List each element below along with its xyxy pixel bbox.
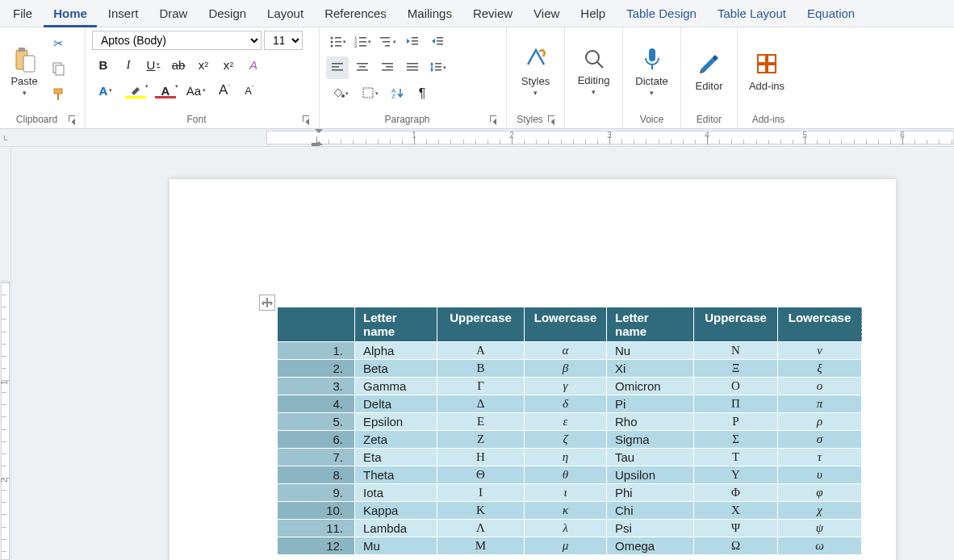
table-cell[interactable]: Chi	[607, 502, 694, 520]
table-cell[interactable]: Beta	[355, 360, 437, 378]
table-cell[interactable]: Σ	[694, 431, 778, 449]
highlight-button[interactable]: ▾	[122, 79, 149, 102]
tab-review[interactable]: Review	[463, 2, 522, 27]
table-cell[interactable]: Ο	[694, 378, 778, 395]
table-header[interactable]: Lettername	[607, 307, 694, 342]
table-cell[interactable]: Τ	[694, 449, 778, 466]
table-cell[interactable]: 4.	[278, 395, 355, 413]
font-color-button[interactable]: A ▾	[152, 79, 179, 102]
table-cell[interactable]: Epsilon	[355, 413, 437, 431]
table-cell[interactable]: 7.	[278, 449, 355, 466]
table-cell[interactable]: π	[778, 395, 862, 413]
borders-button[interactable]: ▾	[356, 82, 383, 105]
cut-button[interactable]: ✂	[47, 32, 69, 55]
subscript-button[interactable]: x2	[192, 53, 215, 76]
multilevel-button[interactable]: ▾	[376, 31, 399, 53]
table-row[interactable]: 8.ThetaΘθUpsilonΥυ	[278, 466, 862, 484]
table-cell[interactable]: ζ	[525, 431, 607, 449]
table-row[interactable]: 9.IotaΙιPhiΦφ	[278, 484, 862, 502]
change-case-button[interactable]: Aa ▾	[182, 79, 211, 102]
table-row[interactable]: 10.KappaΚκChiΧχ	[278, 502, 862, 520]
styles-launcher[interactable]	[546, 114, 558, 125]
clear-format-button[interactable]: A	[242, 53, 265, 76]
table-cell[interactable]: τ	[778, 449, 862, 466]
table-header[interactable]: Uppercase	[437, 307, 525, 342]
sort-button[interactable]: AZ	[386, 82, 408, 105]
clipboard-launcher[interactable]	[67, 114, 78, 125]
text-effects-button[interactable]: A ▾	[92, 79, 119, 102]
greek-table[interactable]: LetternameUppercaseLowercaseLetternameUp…	[277, 307, 862, 555]
table-cell[interactable]: Mu	[355, 537, 437, 555]
tab-insert[interactable]: Insert	[98, 2, 149, 27]
font-name-select[interactable]: Aptos (Body)	[92, 31, 262, 50]
bullets-button[interactable]: ▾	[326, 31, 349, 53]
table-cell[interactable]: δ	[525, 395, 607, 413]
show-marks-button[interactable]: ¶	[411, 82, 433, 105]
table-row[interactable]: 7.EtaΗηTauΤτ	[278, 449, 862, 466]
table-cell[interactable]: α	[525, 342, 607, 360]
table-cell[interactable]: Λ	[437, 520, 525, 537]
table-cell[interactable]: ψ	[778, 520, 862, 537]
table-cell[interactable]: Β	[437, 360, 525, 378]
align-left-button[interactable]	[326, 56, 349, 79]
table-row[interactable]: 2.BetaΒβXiΞξ	[278, 360, 862, 378]
table-cell[interactable]: Rho	[607, 413, 694, 431]
table-cell[interactable]: Sigma	[607, 431, 694, 449]
tab-table-layout[interactable]: Table Layout	[708, 2, 796, 27]
table-cell[interactable]: Lambda	[355, 520, 437, 537]
align-center-button[interactable]	[351, 56, 374, 79]
hanging-indent[interactable]	[312, 143, 320, 146]
underline-button[interactable]: U▾	[142, 53, 165, 76]
tab-help[interactable]: Help	[571, 2, 615, 27]
table-cell[interactable]: Φ	[694, 484, 778, 502]
table-cell[interactable]: χ	[778, 502, 862, 520]
line-spacing-button[interactable]: ▾	[426, 56, 449, 79]
table-cell[interactable]: κ	[525, 502, 607, 520]
align-right-button[interactable]	[376, 56, 399, 79]
table-cell[interactable]: υ	[778, 466, 862, 484]
table-cell[interactable]: Xi	[607, 360, 694, 378]
strike-button[interactable]: ab	[167, 53, 190, 76]
horizontal-ruler[interactable]: L 123456	[0, 129, 954, 147]
table-cell[interactable]: Theta	[355, 466, 437, 484]
table-cell[interactable]: θ	[525, 466, 607, 484]
table-cell[interactable]: φ	[778, 484, 862, 502]
font-size-select[interactable]: 11	[264, 31, 303, 50]
editing-button[interactable]: Editing ▾	[571, 31, 616, 112]
table-cell[interactable]: ρ	[778, 413, 862, 431]
first-line-indent[interactable]	[315, 129, 323, 137]
table-cell[interactable]: Zeta	[355, 431, 437, 449]
styles-button[interactable]: Styles ▾	[513, 31, 558, 112]
table-header[interactable]: Lowercase	[525, 307, 607, 342]
table-cell[interactable]: Ψ	[694, 520, 778, 537]
table-cell[interactable]: Κ	[437, 502, 525, 520]
table-row[interactable]: 3.GammaΓγOmicronΟο	[278, 378, 862, 395]
table-cell[interactable]: Μ	[437, 537, 525, 555]
copy-button[interactable]	[47, 58, 69, 81]
vertical-ruler[interactable]: 123	[0, 147, 11, 560]
table-cell[interactable]: 1.	[278, 342, 355, 360]
italic-button[interactable]: I	[117, 53, 140, 76]
tab-draw[interactable]: Draw	[149, 2, 197, 27]
table-cell[interactable]: Θ	[437, 466, 525, 484]
table-row[interactable]: 6.ZetaΖζSigmaΣσ	[278, 431, 862, 449]
table-header[interactable]: Lowercase	[778, 307, 862, 342]
table-cell[interactable]: η	[525, 449, 607, 466]
table-cell[interactable]: ν	[778, 342, 862, 360]
document-canvas[interactable]: LetternameUppercaseLowercaseLetternameUp…	[11, 147, 954, 560]
table-cell[interactable]: 2.	[278, 360, 355, 378]
table-cell[interactable]: Delta	[355, 395, 437, 413]
inc-indent-button[interactable]	[426, 31, 449, 53]
table-cell[interactable]: Pi	[607, 395, 694, 413]
table-cell[interactable]: Iota	[355, 484, 437, 502]
tab-layout[interactable]: Layout	[257, 2, 313, 27]
table-cell[interactable]: 6.	[278, 431, 355, 449]
table-move-handle[interactable]	[259, 295, 275, 311]
table-cell[interactable]: 8.	[278, 466, 355, 484]
table-cell[interactable]: Ν	[694, 342, 778, 360]
table-cell[interactable]: 10.	[278, 502, 355, 520]
table-cell[interactable]: 12.	[278, 537, 355, 555]
table-cell[interactable]: Υ	[694, 466, 778, 484]
shading-button[interactable]: ▾	[326, 82, 354, 105]
table-cell[interactable]: Ε	[437, 413, 525, 431]
